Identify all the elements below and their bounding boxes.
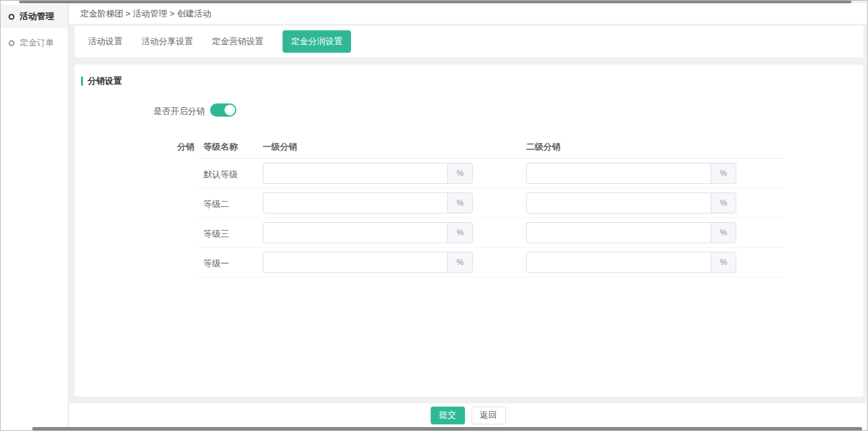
window-top-edge — [19, 1, 852, 3]
rate-input-group: % — [526, 163, 736, 184]
section-marker — [81, 76, 83, 86]
circle-icon — [9, 40, 14, 46]
percent-suffix: % — [447, 252, 473, 273]
back-button[interactable]: 返回 — [472, 407, 506, 424]
footer-bar: 提交 返回 — [69, 403, 867, 427]
sidebar-item-deposit-orders[interactable]: 定金订单 — [1, 31, 68, 55]
tab-deposit-marketing-settings[interactable]: 定金营销设置 — [212, 36, 263, 47]
tab-activity-settings[interactable]: 活动设置 — [88, 36, 122, 47]
percent-suffix: % — [711, 163, 736, 184]
first-level-rate-input[interactable] — [263, 192, 447, 214]
table-row: 等级三 % % — [197, 218, 784, 248]
sidebar: 活动管理 定金订单 — [1, 1, 68, 430]
table-row: 默认等级 % % — [197, 159, 784, 188]
table-header-row: 分销 等级名称 一级分销 二级分销 — [197, 137, 784, 159]
rate-input-group: % — [263, 252, 473, 273]
level-name: 等级一 — [203, 258, 229, 270]
header-level-name: 等级名称 — [203, 141, 238, 153]
distribution-rate-table: 分销 等级名称 一级分销 二级分销 默认等级 % % 等级二 — [197, 137, 784, 277]
percent-suffix: % — [447, 192, 473, 214]
section-title: 分销设置 — [81, 75, 122, 87]
distribution-settings-panel: 分销设置 是否开启分销 分销 等级名称 一级分销 二级分销 默认等级 % — [74, 65, 863, 397]
level-name: 默认等级 — [203, 169, 238, 181]
toggle-knob — [225, 105, 235, 115]
percent-suffix: % — [711, 252, 736, 273]
sidebar-item-label: 活动管理 — [20, 11, 54, 22]
rate-input-group: % — [526, 222, 736, 243]
second-level-rate-input[interactable] — [526, 252, 711, 273]
tab-activity-share-settings[interactable]: 活动分享设置 — [142, 36, 193, 47]
rate-input-group: % — [263, 163, 473, 184]
first-level-rate-input[interactable] — [263, 222, 447, 243]
app-window: 活动管理 定金订单 定金阶梯团 > 活动管理 > 创建活动 活动设置 活动分享设… — [0, 0, 868, 431]
header-first-level: 一级分销 — [263, 141, 297, 153]
percent-suffix: % — [447, 222, 473, 243]
second-level-rate-input[interactable] — [526, 222, 711, 243]
toggle-label: 是否开启分销 — [74, 105, 205, 117]
sidebar-item-label: 定金订单 — [20, 37, 54, 49]
section-title-text: 分销设置 — [88, 75, 122, 87]
level-name: 等级三 — [203, 228, 229, 240]
header-second-level: 二级分销 — [526, 141, 560, 153]
table-row: 等级一 % % — [197, 248, 784, 277]
second-level-rate-input[interactable] — [526, 163, 711, 184]
tab-deposit-profit-settings[interactable]: 定金分润设置 — [283, 30, 351, 53]
percent-suffix: % — [447, 163, 473, 184]
rate-input-group: % — [526, 252, 736, 273]
table-row: 等级二 % % — [197, 188, 784, 218]
breadcrumb: 定金阶梯团 > 活动管理 > 创建活动 — [69, 3, 867, 24]
group-label: 分销 — [171, 141, 194, 153]
rate-input-group: % — [263, 192, 473, 214]
percent-suffix: % — [711, 192, 736, 214]
submit-button[interactable]: 提交 — [431, 407, 465, 424]
sidebar-item-activity-management[interactable]: 活动管理 — [1, 5, 68, 28]
percent-suffix: % — [711, 222, 736, 243]
rate-input-group: % — [263, 222, 473, 243]
rate-input-group: % — [526, 192, 736, 214]
breadcrumb-text: 定金阶梯团 > 活动管理 > 创建活动 — [80, 9, 211, 18]
window-bottom-edge — [32, 427, 862, 430]
level-name: 等级二 — [203, 198, 229, 210]
circle-icon — [9, 14, 14, 20]
distribution-enable-toggle[interactable] — [210, 103, 236, 117]
tabs-bar: 活动设置 活动分享设置 定金营销设置 定金分润设置 — [74, 26, 863, 57]
second-level-rate-input[interactable] — [526, 192, 711, 214]
first-level-rate-input[interactable] — [263, 163, 447, 184]
first-level-rate-input[interactable] — [263, 252, 447, 273]
